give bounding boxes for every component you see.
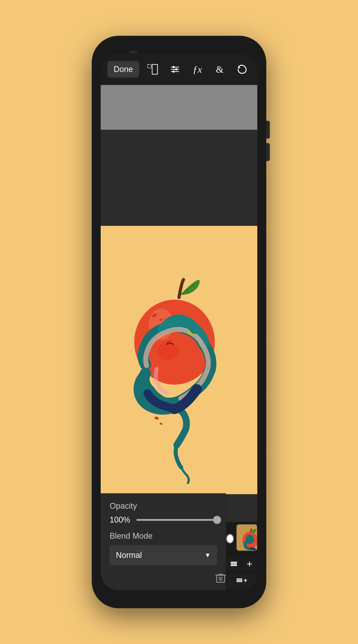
blend-mode-section: Blend Mode Normal ▼ [101, 529, 226, 570]
toolbar: Done [101, 54, 257, 85]
opacity-slider-track[interactable] [137, 519, 217, 521]
selection-icon[interactable] [146, 62, 159, 76]
opacity-section: Opacity 100% [101, 493, 226, 529]
svg-rect-1 [152, 64, 158, 74]
dropdown-arrow-icon: ▼ [204, 552, 211, 559]
toolbar-icons: ƒx & [146, 62, 251, 76]
svg-rect-32 [236, 578, 242, 580]
delete-layer-button[interactable] [215, 572, 226, 586]
layer-visibility-toggle[interactable] [226, 534, 234, 544]
blend-mode-value: Normal [116, 550, 142, 560]
blend-mode-label: Blend Mode [110, 531, 217, 541]
svg-point-5 [173, 66, 175, 68]
svg-rect-0 [148, 64, 151, 68]
undo-icon[interactable] [235, 62, 249, 76]
svg-rect-28 [231, 562, 237, 563]
svg-rect-33 [236, 580, 242, 581]
phone-frame: Done [92, 36, 266, 608]
volume-down-button[interactable] [266, 143, 270, 161]
svg-rect-29 [231, 563, 237, 564]
opacity-row: 100% [110, 515, 217, 524]
add-layer-button[interactable]: + [242, 557, 257, 571]
opacity-slider-thumb[interactable] [213, 516, 221, 524]
layer-controls-row: + [227, 557, 257, 571]
effects-icon[interactable]: ƒx [191, 62, 204, 76]
done-button[interactable]: Done [107, 61, 139, 78]
layers-panel-button[interactable] [227, 557, 241, 571]
layer-thumbnail[interactable] [236, 524, 257, 551]
right-sidebar: + + [226, 522, 257, 590]
volume-up-button[interactable] [266, 121, 270, 139]
phone-screen: Done [101, 54, 257, 590]
layer-visibility-row [226, 524, 257, 553]
svg-point-7 [173, 70, 175, 73]
bottom-actions [101, 570, 226, 590]
blend-mode-dropdown[interactable]: Normal ▼ [110, 545, 217, 565]
opacity-label: Opacity [110, 501, 217, 511]
add-group-layer-button[interactable]: + [227, 573, 256, 588]
svg-rect-30 [231, 565, 237, 566]
bottom-panel-overlay: Opacity 100% Blend Mode [101, 493, 226, 590]
canvas-area[interactable]: Opacity 100% Blend Mode [101, 85, 257, 590]
svg-point-13 [157, 342, 179, 360]
blend-combine-icon[interactable]: & [213, 62, 226, 76]
adjustments-icon[interactable] [168, 62, 182, 76]
opacity-value: 100% [110, 515, 132, 524]
svg-rect-34 [236, 581, 242, 582]
opacity-slider-fill [137, 519, 213, 521]
svg-point-6 [175, 68, 177, 70]
